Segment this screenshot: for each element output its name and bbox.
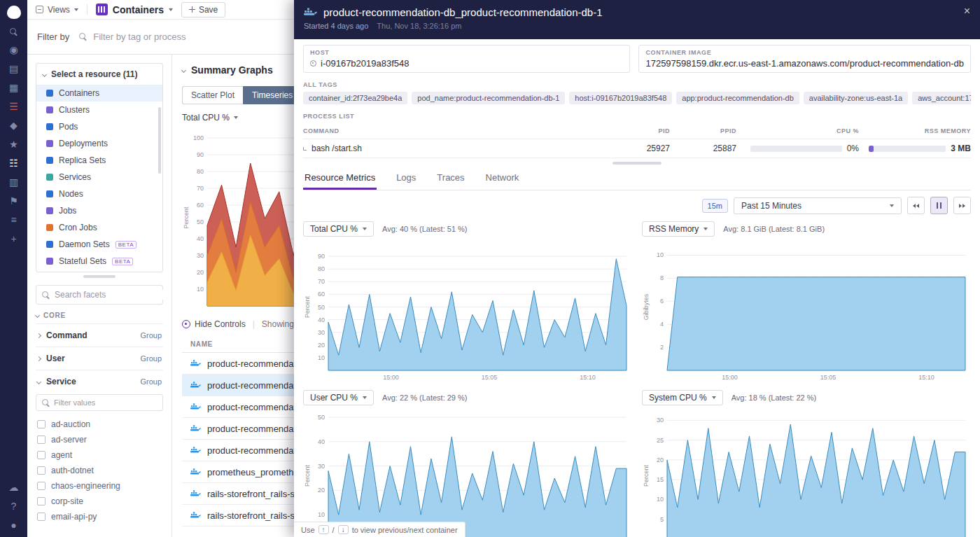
host-value-row[interactable]: i-09167b2019a83f548 [310,58,623,69]
watchdog-icon[interactable]: ◉ [9,45,18,55]
total-cpu-metric-dropdown[interactable]: Total CPU % [303,221,374,237]
search-facets[interactable] [36,285,163,305]
resource-item-clusters[interactable]: Clusters [36,102,162,118]
dashboards-icon[interactable]: ▥ [9,177,18,187]
command-column-header[interactable]: COMMAND [303,127,614,134]
facet-group-command[interactable]: Command Group [36,323,163,347]
tab-traces[interactable]: Traces [435,166,465,190]
tab-logs[interactable]: Logs [395,166,417,190]
pid-column-header[interactable]: PID [614,127,670,134]
resource-item-containers[interactable]: Containers [36,85,162,102]
tag-pill[interactable]: aws_account:172597598159 [912,92,971,104]
resource-item-stateful-sets[interactable]: Stateful Sets BETA [36,253,162,272]
logs-icon[interactable]: ≡ [10,215,16,225]
service-value-email-api-py[interactable]: email-api-py [36,509,163,524]
metrics-icon[interactable]: ◆ [10,120,18,130]
user-cpu-metric-dropdown[interactable]: User CPU % [303,390,374,405]
resource-item-daemon-sets[interactable]: Daemon Sets BETA [36,236,162,253]
resource-item-deployments[interactable]: Deployments [36,135,162,152]
time-back-button[interactable] [907,197,925,214]
close-icon[interactable]: × [964,5,970,18]
scrollbar[interactable] [158,107,161,174]
views-dropdown[interactable]: Views [36,5,78,15]
events-icon[interactable]: ☰ [9,102,18,111]
filter-values-input[interactable] [54,398,157,407]
help-icon[interactable]: ? [11,501,17,511]
checkbox[interactable] [37,482,46,490]
ppid-column-header[interactable]: PPID [670,127,736,134]
search-icon[interactable] [10,28,18,36]
checkbox[interactable] [37,466,46,475]
resource-selector-header[interactable]: Select a resource (11) [36,64,162,85]
panel-header: product-recommendation-db_product-recomm… [294,0,980,39]
chart-stat: Avg: 18 % (Latest: 22 %) [732,393,816,402]
resource-item-pods[interactable]: Pods [36,118,162,135]
system-cpu-metric-dropdown[interactable]: System CPU % [642,390,723,405]
system-cpu-chart[interactable]: 51015202530Percent15:0015:0515:10 [642,407,971,537]
hide-controls-button[interactable]: Hide Controls [182,319,246,329]
total-cpu-chart[interactable]: 102030405060708090Percent15:0015:0515:10 [303,238,632,384]
checkbox[interactable] [37,451,46,459]
service-value-corp-site[interactable]: corp-site [36,494,163,509]
tag-pill[interactable]: pod_name:product-recommendation-db-1 [412,92,565,104]
service-value-ad-auction[interactable]: ad-auction [36,417,163,432]
service-value-auth-dotnet[interactable]: auth-dotnet [36,463,163,478]
core-section-header[interactable]: CORE [36,305,163,323]
checkbox[interactable] [37,512,46,521]
service-value-ad-server[interactable]: ad-server [36,432,163,447]
tag-pill[interactable]: container_id:2f73ea29be4a [303,92,407,104]
time-range-chip[interactable]: 15m [702,199,728,213]
tab-resource-metrics[interactable]: Resource Metrics [303,166,377,190]
facet-group-service[interactable]: Service Group [36,370,163,393]
group-link[interactable]: Group [140,354,162,363]
panel-title: product-recommendation-db_product-recomm… [323,6,603,18]
resource-item-services[interactable]: Services [36,169,162,186]
rss-memory-metric-dropdown[interactable]: RSS Memory [642,221,715,237]
checkbox[interactable] [37,435,46,444]
service-value-chaos-engineering[interactable]: chaos-engineering [36,478,163,494]
facet-group-user[interactable]: User Group [36,347,163,370]
resource-item-jobs[interactable]: Jobs [36,202,162,219]
timeseries-button[interactable]: Timeseries [243,86,302,104]
started-ago: Started 4 days ago [304,22,368,30]
service-value-agent[interactable]: agent [36,447,163,463]
datadog-logo[interactable] [7,6,21,19]
apm-icon[interactable]: ★ [9,139,18,149]
checkbox[interactable] [37,420,46,428]
rss-column-header[interactable]: RSS MEMORY [859,127,971,134]
host-map-icon[interactable]: ▦ [9,83,18,92]
rss-memory-chart[interactable]: 246810Gibibytes15:0015:0515:10 [642,238,971,384]
resource-item-cron-jobs[interactable]: Cron Jobs [36,219,162,236]
checkbox[interactable] [37,497,46,505]
monitors-icon[interactable]: ⚑ [9,196,18,206]
process-row[interactable]: bash /start.sh 25927 25887 0% 3 MB [303,139,971,158]
user-cpu-chart[interactable]: 1020304050Percent15:0015:0515:10 [303,407,632,537]
group-link[interactable]: Group [140,331,162,340]
cpu-column-header[interactable]: CPU % [736,127,859,134]
page-title-dropdown[interactable]: Containers [96,4,173,15]
filter-values-search[interactable] [36,394,163,411]
tag-pill[interactable]: app:product-recommendation-db [676,92,799,104]
infrastructure-icon[interactable]: ▤ [9,64,18,74]
pause-button[interactable] [930,197,948,214]
search-facets-input[interactable] [55,290,163,300]
svg-text:20: 20 [657,456,664,463]
tag-pill[interactable]: host:i-09167b2019a83f548 [569,92,672,104]
save-button[interactable]: Save [181,2,225,18]
user-icon[interactable]: ● [10,520,16,530]
cloud-icon[interactable]: ☁ [9,482,19,492]
resource-item-nodes[interactable]: Nodes [36,186,162,202]
horizontal-scrollbar[interactable] [83,275,115,278]
keyboard-hint: Use ↑ / ↓ to view previous/next containe… [294,522,465,537]
containers-icon[interactable]: ☷ [9,158,18,168]
process-list-scrollbar[interactable] [612,162,662,165]
docker-whale-icon [190,359,201,368]
tab-network[interactable]: Network [484,166,521,190]
group-link[interactable]: Group [140,377,162,386]
time-forward-button[interactable] [953,197,971,214]
tag-pill[interactable]: availability-zone:us-east-1a [804,92,908,104]
time-range-dropdown[interactable]: Past 15 Minutes [734,197,902,214]
integrations-icon[interactable]: + [10,234,16,244]
scatter-plot-button[interactable]: Scatter Plot [182,86,243,104]
resource-item-replica-sets[interactable]: Replica Sets [36,152,162,169]
